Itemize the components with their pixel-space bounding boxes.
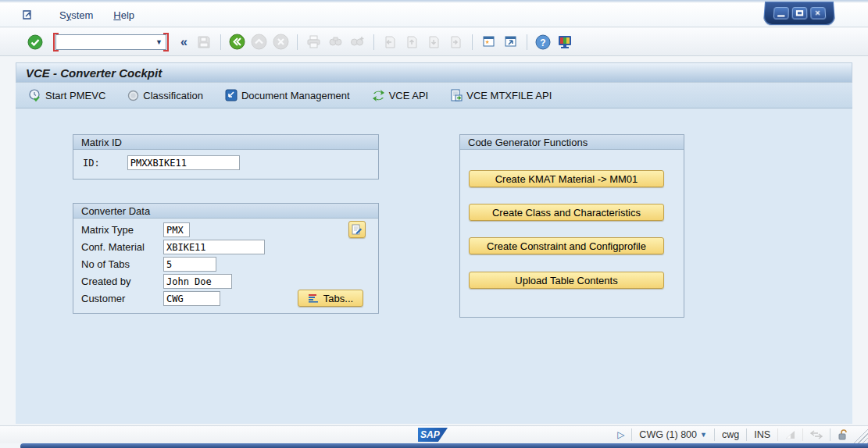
conf-material-input[interactable] (163, 240, 265, 254)
system-info[interactable]: CWG (1) 800 ▼ (631, 428, 714, 441)
exchange-arrows-icon (372, 90, 385, 101)
upload-table-contents-button[interactable]: Upload Table Contents (469, 272, 664, 289)
page-title: VCE - Converter Cockpit (26, 66, 162, 80)
page-up-icon (404, 34, 420, 50)
document-icon (225, 89, 238, 101)
cancel-icon (273, 34, 289, 50)
start-pmevc-label: Start PMEVC (45, 90, 105, 101)
menu-system[interactable]: System (59, 9, 93, 21)
matrix-type-label: Matrix Type (81, 224, 163, 236)
system-info-text: CWG (1) 800 (639, 429, 697, 440)
code-generator-group-title: Code Generator Functions (460, 135, 684, 150)
tab-list-icon (308, 293, 319, 303)
edit-pencil-icon (352, 224, 363, 235)
find-icon (327, 34, 344, 50)
matrix-id-group: Matrix ID ID: (73, 134, 379, 180)
radio-circle-icon (127, 90, 139, 101)
close-button[interactable]: × (810, 7, 826, 20)
svg-text:?: ? (541, 37, 546, 48)
sap-gui-window: System Help × ▼ « (0, 0, 868, 448)
no-of-tabs-input[interactable] (163, 257, 216, 272)
performance-icon (777, 428, 802, 441)
customer-input[interactable] (163, 291, 220, 306)
tabs-button-label: Tabs... (323, 293, 353, 304)
document-management-label: Document Management (241, 90, 350, 101)
menu-help[interactable]: Help (113, 9, 134, 21)
created-by-label: Created by (81, 276, 163, 287)
created-by-input[interactable] (163, 274, 232, 289)
vce-mtxfile-api-label: VCE MTXFILE API (466, 90, 552, 101)
find-next-icon (349, 34, 366, 50)
new-session-icon[interactable] (480, 34, 497, 50)
exit-icon (251, 34, 267, 50)
page-down-icon (426, 34, 442, 50)
document-management-button[interactable]: Document Management (220, 86, 355, 105)
system-info-dropdown-icon: ▼ (700, 431, 707, 439)
back-icon[interactable] (229, 34, 245, 50)
save-icon (196, 34, 213, 50)
status-expand-icon[interactable]: ▷ (610, 428, 631, 441)
vce-mtxfile-api-button[interactable]: VCE MTXFILE API (445, 86, 556, 105)
transaction-title-bar: VCE - Converter Cockpit (16, 62, 852, 83)
classification-label: Classification (143, 90, 203, 101)
sap-logo: SAP (418, 428, 448, 442)
main-content: Matrix ID ID: Converter Data Matrix Type… (16, 108, 852, 424)
menu-exit-icon[interactable] (22, 9, 34, 20)
maximize-button[interactable] (791, 7, 807, 20)
menu-bar: System Help (0, 3, 868, 27)
standard-toolbar: ▼ « (0, 28, 868, 56)
code-generator-group: Code Generator Functions Create KMAT Mat… (459, 134, 684, 318)
status-bar: SAP ▷ CWG (1) 800 ▼ cwg INS (0, 425, 868, 443)
no-of-tabs-label: No of Tabs (81, 258, 163, 270)
print-icon (305, 34, 322, 50)
converter-data-group-title: Converter Data (73, 204, 378, 219)
vce-api-button[interactable]: VCE API (367, 87, 434, 105)
start-pmevc-button[interactable]: Start PMEVC (23, 86, 110, 105)
server-name: cwg (714, 428, 746, 441)
enter-button[interactable] (27, 34, 43, 50)
converter-data-group: Converter Data Matrix Type Conf. Materia… (73, 203, 379, 314)
command-field-wrap: ▼ (53, 33, 169, 52)
application-toolbar: Start PMEVC Classification Document Mana… (16, 83, 852, 108)
first-page-icon (382, 34, 398, 50)
data-transfer-icon (802, 428, 830, 441)
classification-button[interactable]: Classification (123, 87, 208, 105)
last-page-icon (448, 34, 464, 50)
create-shortcut-icon[interactable] (502, 34, 519, 50)
matrix-type-input[interactable] (163, 222, 190, 237)
matrix-id-group-title: Matrix ID (73, 135, 378, 150)
id-label: ID: (83, 158, 100, 169)
command-field[interactable] (55, 34, 166, 50)
matrix-id-input[interactable] (127, 155, 240, 170)
collapse-toolbar-icon[interactable]: « (177, 35, 191, 49)
create-constraint-configprofile-button[interactable]: Create Constraint and Configprofile (469, 237, 664, 254)
customize-layout-icon[interactable] (557, 34, 573, 50)
insert-mode: INS (746, 428, 777, 441)
export-file-icon (450, 89, 463, 101)
conf-material-label: Conf. Material (81, 241, 163, 253)
help-icon[interactable]: ? (535, 34, 552, 50)
vce-api-label: VCE API (389, 90, 429, 101)
customer-label: Customer (81, 293, 163, 304)
create-kmat-material-button[interactable]: Create KMAT Material -> MM01 (469, 170, 664, 187)
execute-clock-icon (28, 89, 41, 102)
unlock-icon[interactable] (830, 428, 855, 441)
tabs-button[interactable]: Tabs... (298, 290, 363, 307)
window-bottom-edge (20, 443, 868, 448)
create-class-characteristics-button[interactable]: Create Class and Characteristics (469, 204, 664, 221)
minimize-button[interactable] (773, 7, 788, 20)
edit-button[interactable] (348, 221, 366, 238)
window-controls: × (763, 2, 836, 25)
